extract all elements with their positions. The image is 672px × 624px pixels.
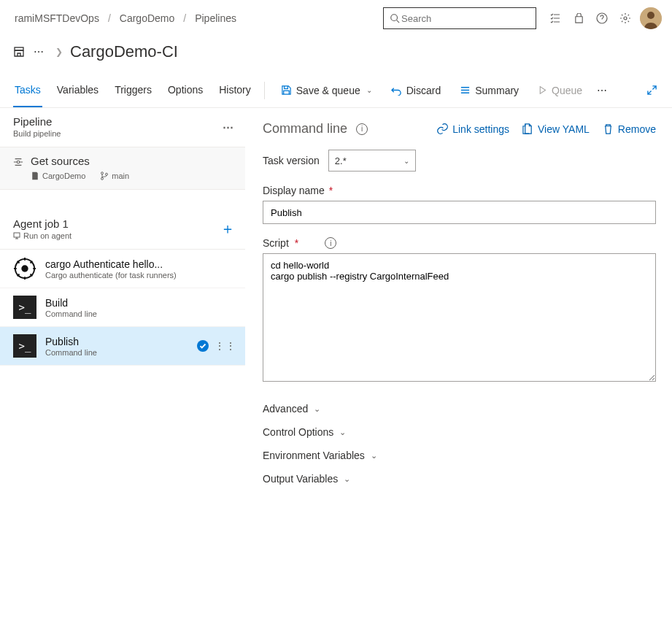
breadcrumb-sep: / [176,12,193,24]
chevron-down-icon: ⌄ [366,86,372,94]
toolbar-more[interactable]: ⋯ [592,82,611,99]
link-settings-label: Link settings [452,123,509,135]
summary-label: Summary [475,85,519,96]
discard-button[interactable]: Discard [387,82,445,99]
sources-icon [13,157,23,167]
task-cargo-authenticate[interactable]: cargo Authenticate hello... Cargo authen… [0,250,245,288]
main-content: Pipeline Build pipeline ⋯ Get sources [0,108,672,505]
info-icon[interactable]: i [325,237,336,249]
section-label: Environment Variables [263,450,365,461]
svg-point-7 [101,172,104,174]
svg-point-12 [21,265,28,271]
page-title: CargoDemo-CI [70,42,178,61]
section-advanced[interactable]: Advanced ⌄ [263,397,656,420]
get-sources-title: Get sources [31,155,235,167]
discard-label: Discard [406,85,441,96]
script-label: Script [263,237,289,249]
search-box[interactable] [383,7,536,29]
pipeline-icon [13,46,25,58]
tabs: Tasks Variables Triggers Options History [13,73,252,107]
rust-icon [13,257,36,280]
tab-variables[interactable]: Variables [55,73,100,107]
queue-button: Queue [533,82,587,99]
breadcrumb-project[interactable]: CargoDemo [118,11,176,26]
section-label: Advanced [263,403,308,415]
section-env-vars[interactable]: Environment Variables ⌄ [263,444,656,467]
agent-job-block[interactable]: Agent job 1 Run on agent ＋ [0,210,245,250]
section-output-vars[interactable]: Output Variables ⌄ [263,467,656,490]
info-icon[interactable]: i [356,123,368,135]
pipeline-title-row: ⋯ ❯ CargoDemo-CI [0,32,672,73]
remove-button[interactable]: Remove [603,123,656,135]
user-avatar[interactable] [640,7,662,29]
pipeline-block-subtitle: Build pipeline [13,129,223,138]
task-title: Publish [45,336,197,347]
breadcrumb-sep: / [101,12,118,24]
chevron-down-icon: ⌄ [371,451,377,461]
list-icon [460,85,471,96]
help-icon[interactable] [590,7,614,30]
chevron-right-icon: ❯ [48,47,70,57]
title-breadcrumb-more[interactable]: ⋯ [29,46,48,58]
repo-icon [31,172,39,180]
repo-name: CargoDemo [42,172,85,180]
add-task-button[interactable]: ＋ [220,219,235,239]
agent-job-subtitle: Run on agent [23,231,72,240]
toolbar-divider [264,82,265,99]
section-label: Output Variables [263,473,338,485]
expand-icon[interactable] [642,82,662,99]
display-name-input[interactable] [263,201,656,224]
cmd-icon: >_ [13,296,36,319]
cmd-icon: >_ [13,334,36,358]
drag-handle-icon[interactable]: ⋮⋮ [215,344,236,348]
svg-line-1 [397,20,400,23]
shopping-bag-icon[interactable] [567,7,590,30]
task-title: cargo Authenticate hello... [45,258,236,270]
branch-name: main [112,172,129,180]
task-subtitle: Command line [45,309,236,318]
pipeline-more-button[interactable]: ⋯ [223,120,235,134]
save-and-queue-button[interactable]: Save & queue ⌄ [277,82,376,99]
save-icon [281,85,292,96]
tab-tasks[interactable]: Tasks [13,73,42,107]
summary-button[interactable]: Summary [455,82,523,99]
breadcrumb-section[interactable]: Pipelines [193,11,238,26]
breadcrumb-org[interactable]: ramiMSFTDevOps [13,11,101,26]
task-version-label: Task version [263,155,320,166]
detail-title: Command line [263,121,347,136]
toolbar: Tasks Variables Triggers Options History… [0,73,672,108]
svg-point-8 [101,177,104,180]
view-yaml-button[interactable]: View YAML [522,123,590,135]
tab-triggers[interactable]: Triggers [113,73,153,107]
tab-options[interactable]: Options [166,73,204,107]
search-icon [390,13,400,23]
chevron-down-icon: ⌄ [344,474,350,484]
svg-point-3 [624,17,627,20]
chevron-down-icon: ⌄ [339,428,346,437]
display-name-label: Display name [263,185,325,196]
task-version-select[interactable]: 2.* ⌄ [328,150,416,172]
tab-history[interactable]: History [217,73,252,107]
link-settings-button[interactable]: Link settings [437,123,509,135]
task-subtitle: Command line [45,348,197,357]
svg-point-9 [106,173,108,175]
remove-label: Remove [618,123,656,135]
section-label: Control Options [263,426,333,438]
get-sources-block[interactable]: Get sources CargoDemo [0,147,245,190]
agent-icon [13,232,20,239]
view-yaml-label: View YAML [538,123,590,135]
pipeline-block[interactable]: Pipeline Build pipeline ⋯ [0,108,245,147]
required-marker: * [329,185,333,196]
settings-icon[interactable] [614,7,637,30]
task-subtitle: Cargo authenticate (for task runners) [45,271,236,280]
pipeline-tree: Pipeline Build pipeline ⋯ Get sources [0,108,245,505]
task-build[interactable]: >_ Build Command line [0,288,245,327]
top-bar: ramiMSFTDevOps / CargoDemo / Pipelines [0,0,672,32]
tasks-icon[interactable] [544,7,567,30]
search-input[interactable] [400,12,530,25]
task-publish[interactable]: >_ Publish Command line ⋮⋮ [0,327,245,366]
script-textarea[interactable] [263,253,656,382]
branch-icon [100,172,109,180]
required-marker: * [295,237,298,249]
section-control-options[interactable]: Control Options ⌄ [263,420,656,444]
